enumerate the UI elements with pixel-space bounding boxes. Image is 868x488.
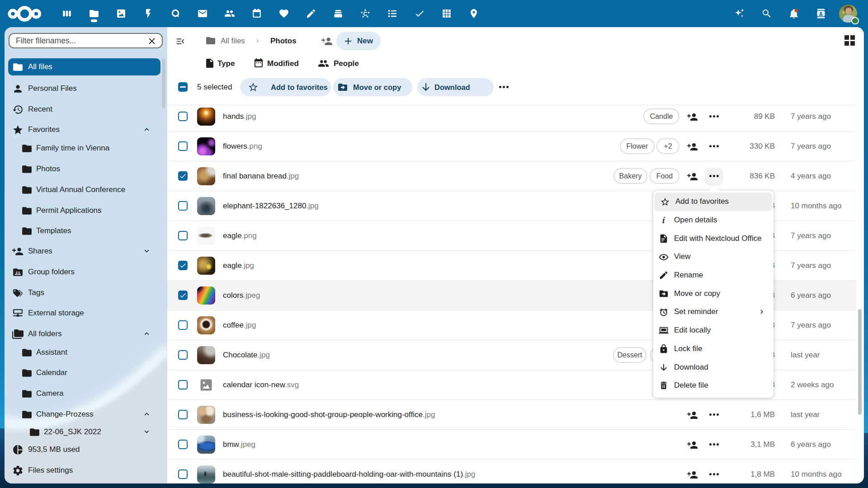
svg-text:C: C	[363, 11, 368, 17]
